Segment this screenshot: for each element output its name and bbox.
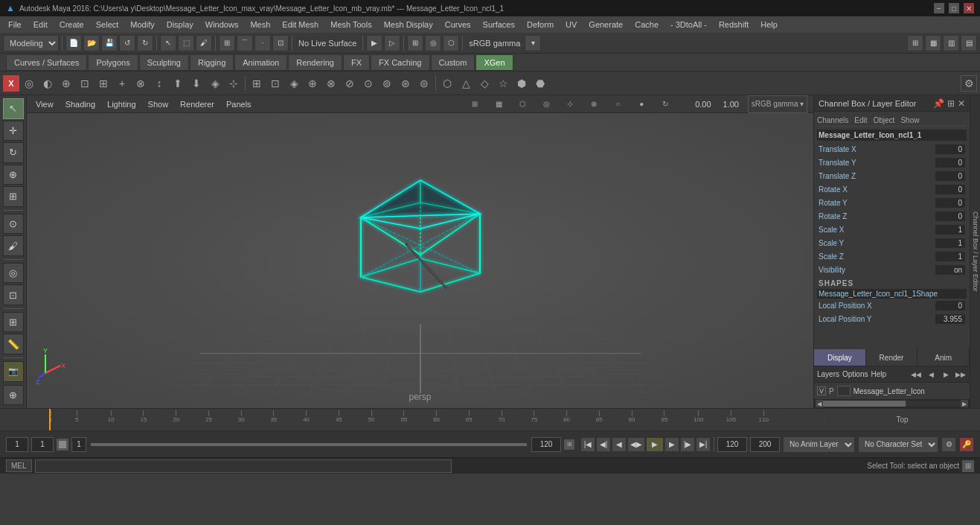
menu-create[interactable]: Create — [54, 19, 89, 31]
tool-btn7[interactable]: ⊙ — [359, 74, 377, 92]
range-slider[interactable] — [89, 443, 528, 446]
script-mode-label[interactable]: MEL — [6, 459, 32, 472]
open-btn[interactable]: 📂 — [83, 35, 100, 51]
display-btn6[interactable]: ↕ — [150, 74, 168, 92]
tool-btn9[interactable]: ⊛ — [397, 74, 414, 92]
scroll-track[interactable] — [823, 401, 961, 407]
auto-key-btn[interactable]: 🔑 — [959, 437, 974, 452]
range-end-input[interactable] — [531, 437, 561, 452]
timeline-ruler[interactable]: 1510152025303540455055606570758085909510… — [49, 409, 824, 431]
skip-end-btn[interactable]: ▶| — [696, 437, 711, 452]
edit-menu[interactable]: Edit — [854, 116, 867, 124]
mesh-btn5[interactable]: ⬢ — [513, 74, 531, 92]
layout-btn3[interactable]: ▥ — [943, 35, 959, 51]
play-back-btn[interactable]: ◀▶ — [627, 437, 645, 452]
render-btn[interactable]: ▶ — [366, 35, 382, 51]
anim-layer-selector[interactable]: No Anim Layer — [783, 436, 855, 453]
anim-end-input[interactable] — [750, 437, 780, 452]
vp-menu-shading[interactable]: Shading — [63, 98, 98, 110]
display-btn8[interactable]: ⬇ — [188, 74, 205, 92]
menu-mesh[interactable]: Mesh — [245, 19, 275, 31]
new-scene-btn[interactable]: 📄 — [65, 35, 82, 51]
tab-custom[interactable]: Custom — [431, 54, 475, 71]
play-fwd-btn[interactable]: ▶ — [646, 437, 664, 452]
vp-menu-renderer[interactable]: Renderer — [177, 98, 217, 110]
minimize-button[interactable]: − — [934, 3, 944, 13]
show-hide-tool[interactable]: ◎ — [3, 263, 24, 284]
tool-btn6[interactable]: ⊘ — [341, 74, 359, 92]
layout-btn4[interactable]: ▤ — [961, 35, 977, 51]
tool-btn1[interactable]: ⊞ — [248, 74, 266, 92]
axis-tool[interactable]: ⊕ — [3, 385, 24, 406]
sub-options[interactable]: Options — [842, 370, 868, 378]
title-bar-controls[interactable]: − □ ✕ — [934, 3, 974, 13]
vp-icon9[interactable]: ↻ — [656, 95, 674, 113]
camera-tool[interactable]: 📷 — [3, 361, 24, 382]
tab-render[interactable]: Render — [866, 349, 918, 366]
char-set-selector[interactable]: No Character Set — [858, 436, 938, 453]
tab-curves-surfaces[interactable]: Curves / Surfaces — [6, 54, 87, 71]
menu-display[interactable]: Display — [161, 19, 199, 31]
scale-tool[interactable]: ⊕ — [3, 165, 24, 185]
channel-local-pos-y[interactable]: Local Position Y 3.955 — [817, 312, 967, 325]
menu-modify[interactable]: Modify — [125, 19, 159, 31]
display-btn9[interactable]: ◈ — [206, 74, 224, 92]
attribute-editor-tab[interactable]: Channel Box / Layer Editor — [970, 95, 980, 408]
snap-point-btn[interactable]: · — [254, 35, 271, 51]
vp-icon6[interactable]: ⊕ — [585, 95, 603, 113]
panel-pin-icon[interactable]: 📌 — [933, 98, 944, 109]
gamma-dropdown[interactable]: ▾ — [525, 35, 541, 51]
menu-mesh-tools[interactable]: Mesh Tools — [325, 19, 377, 31]
tab-xgen[interactable]: XGen — [475, 54, 513, 71]
show-menu[interactable]: Show — [900, 116, 919, 124]
channel-scale-z[interactable]: Scale Z 1 — [817, 249, 967, 263]
vp-icon8[interactable]: ● — [632, 95, 650, 113]
tab-display[interactable]: Display — [814, 349, 866, 366]
vp-icon7[interactable]: ○ — [609, 95, 627, 113]
channel-translate-x[interactable]: Translate X 0 — [817, 142, 967, 156]
paint-sel-btn[interactable]: 🖌 — [196, 35, 212, 51]
close-button[interactable]: ✕ — [964, 3, 974, 13]
display-btn2[interactable]: ⊡ — [76, 74, 94, 92]
menu-windows[interactable]: Windows — [200, 19, 244, 31]
wireframe-btn[interactable]: ⬡ — [443, 35, 459, 51]
channel-scale-y[interactable]: Scale Y 1 — [817, 236, 967, 249]
menu-uv[interactable]: UV — [560, 19, 582, 31]
maximize-button[interactable]: □ — [949, 3, 959, 13]
vp-icon3[interactable]: ⬡ — [513, 95, 531, 113]
channel-translate-z[interactable]: Translate Z 0 — [817, 169, 967, 182]
current-frame-input2[interactable] — [31, 437, 54, 452]
menu-select[interactable]: Select — [91, 19, 124, 31]
gamma-vp[interactable]: sRGB gamma ▾ — [748, 95, 807, 113]
layer-arrow-left[interactable]: ◀ — [925, 369, 937, 381]
mesh-btn6[interactable]: ⬣ — [531, 74, 549, 92]
channel-rotate-x[interactable]: Rotate X 0 — [817, 182, 967, 196]
vp-menu-panels[interactable]: Panels — [223, 98, 254, 110]
vp-menu-lighting[interactable]: Lighting — [104, 98, 139, 110]
select-btn[interactable]: ↖ — [160, 35, 176, 51]
scroll-left-btn[interactable]: ◀ — [816, 400, 823, 407]
x-toggle[interactable]: X — [3, 75, 19, 92]
tool-btn5[interactable]: ⊗ — [322, 74, 340, 92]
grid-toggle-btn[interactable]: ⊞ — [407, 35, 423, 51]
display-btn1[interactable]: ⊕ — [57, 74, 75, 92]
display-btn5[interactable]: ⊗ — [132, 74, 150, 92]
next-key-btn[interactable]: |▶ — [680, 437, 695, 452]
panel-scrollbar[interactable]: ◀ ▶ — [814, 399, 970, 408]
command-input[interactable] — [35, 459, 452, 473]
channel-translate-y[interactable]: Translate Y 0 — [817, 156, 967, 169]
measure-tool[interactable]: 📏 — [3, 334, 24, 354]
prev-frame-btn[interactable]: ◀ — [612, 437, 627, 452]
save-btn[interactable]: 💾 — [101, 35, 118, 51]
soft-sel-tool[interactable]: ⊙ — [3, 214, 24, 235]
prev-key-btn[interactable]: ◀| — [596, 437, 611, 452]
layer-arrow-right[interactable]: ▶ — [940, 369, 952, 381]
scroll-thumb[interactable] — [823, 401, 906, 407]
tab-sculpting[interactable]: Sculpting — [139, 54, 189, 71]
undo-btn[interactable]: ↺ — [119, 35, 135, 51]
menu-deform[interactable]: Deform — [522, 19, 559, 31]
tab-anim[interactable]: Anim — [917, 349, 970, 366]
menu-redshift[interactable]: Redshift — [714, 19, 754, 31]
anim-start-input[interactable] — [717, 437, 747, 452]
display-btn4[interactable]: + — [113, 74, 131, 92]
